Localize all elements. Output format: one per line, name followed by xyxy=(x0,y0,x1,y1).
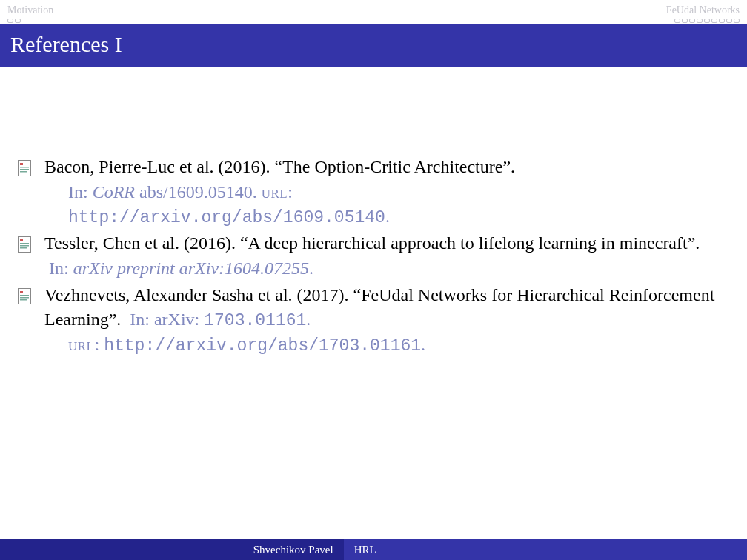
svg-rect-8 xyxy=(20,245,29,247)
progress-dot xyxy=(719,19,725,23)
progress-dot xyxy=(682,19,688,23)
svg-rect-13 xyxy=(20,297,29,299)
reference-item: Bacon, Pierre-Luc et al. (2016). “The Op… xyxy=(18,155,717,230)
ref-trailing: . xyxy=(309,259,313,278)
slide-title: References I xyxy=(10,32,122,56)
svg-rect-11 xyxy=(20,291,23,293)
ref-title: “The Option-Critic Architecture”. xyxy=(275,157,516,176)
ref-url-label: url xyxy=(68,335,95,354)
ref-source: CoRR xyxy=(93,182,135,201)
svg-rect-5 xyxy=(19,237,31,253)
ref-authors: Vezhnevets, Alexander Sasha et al. (2017… xyxy=(44,285,349,304)
document-icon xyxy=(18,287,33,312)
section-motivation-label: Motivation xyxy=(7,4,53,16)
reference-body: Bacon, Pierre-Luc et al. (2016). “The Op… xyxy=(44,155,717,230)
progress-dot xyxy=(689,19,695,23)
footer-title: HRL xyxy=(344,539,747,560)
ref-in-label: In: xyxy=(68,182,88,201)
footer-author-text: Shvechikov Pavel xyxy=(253,544,333,556)
progress-dot xyxy=(7,19,13,23)
progress-dot xyxy=(674,19,680,23)
ref-authors: Tessler, Chen et al. (2016). xyxy=(44,233,236,253)
progress-left xyxy=(7,19,53,23)
ref-url-label: url xyxy=(262,182,288,201)
document-icon xyxy=(18,235,33,260)
ref-arxiv-label: arXiv: xyxy=(154,310,199,329)
ref-trailing: . xyxy=(421,335,425,354)
ref-title: “A deep hierarchical approach to lifelon… xyxy=(240,233,700,253)
header-left-section[interactable]: Motivation xyxy=(7,4,53,23)
ref-authors: Bacon, Pierre-Luc et al. (2016). xyxy=(44,157,270,176)
progress-dot xyxy=(15,19,21,23)
svg-rect-3 xyxy=(20,169,29,170)
svg-rect-7 xyxy=(20,243,29,244)
reference-body: Tessler, Chen et al. (2016). “A deep hie… xyxy=(44,231,717,281)
progress-dot xyxy=(697,19,703,23)
footer-bar: Shvechikov Pavel HRL xyxy=(0,539,747,560)
ref-url[interactable]: http://arxiv.org/abs/1609.05140 xyxy=(68,208,385,227)
svg-rect-10 xyxy=(19,288,31,304)
svg-rect-12 xyxy=(20,295,29,296)
reference-item: Vezhnevets, Alexander Sasha et al. (2017… xyxy=(18,283,717,359)
content-area: Bacon, Pierre-Luc et al. (2016). “The Op… xyxy=(0,67,747,359)
ref-in-label: In: xyxy=(49,259,69,278)
progress-dot xyxy=(734,19,740,23)
svg-rect-4 xyxy=(20,171,27,173)
svg-rect-2 xyxy=(20,167,29,168)
progress-dot xyxy=(704,19,710,23)
svg-rect-1 xyxy=(20,163,23,165)
header-nav: Motivation FeUdal Networks xyxy=(0,0,747,24)
ref-trailing: . xyxy=(385,207,390,226)
footer-title-text: HRL xyxy=(354,544,376,556)
progress-dot xyxy=(726,19,732,23)
ref-source: arXiv preprint arXiv:1604.07255 xyxy=(73,259,309,278)
section-feudal-label: FeUdal Networks xyxy=(666,4,740,16)
svg-rect-0 xyxy=(19,161,31,176)
ref-in-label: In: xyxy=(130,310,150,329)
svg-rect-9 xyxy=(20,247,27,249)
header-right-section[interactable]: FeUdal Networks xyxy=(666,4,740,23)
progress-right xyxy=(674,19,740,23)
footer-author: Shvechikov Pavel xyxy=(0,539,344,560)
reference-body: Vezhnevets, Alexander Sasha et al. (2017… xyxy=(44,283,717,359)
reference-item: Tessler, Chen et al. (2016). “A deep hie… xyxy=(18,231,717,281)
svg-rect-6 xyxy=(20,239,23,241)
document-icon xyxy=(18,159,33,184)
svg-rect-14 xyxy=(20,299,27,301)
ref-url[interactable]: http://arxiv.org/abs/1703.01161 xyxy=(104,336,421,356)
ref-source-extra: abs/1609.05140. xyxy=(139,182,257,201)
progress-dot xyxy=(711,19,717,23)
ref-arxiv-id: 1703.01161 xyxy=(204,311,306,330)
slide-title-bar: References I xyxy=(0,24,747,67)
